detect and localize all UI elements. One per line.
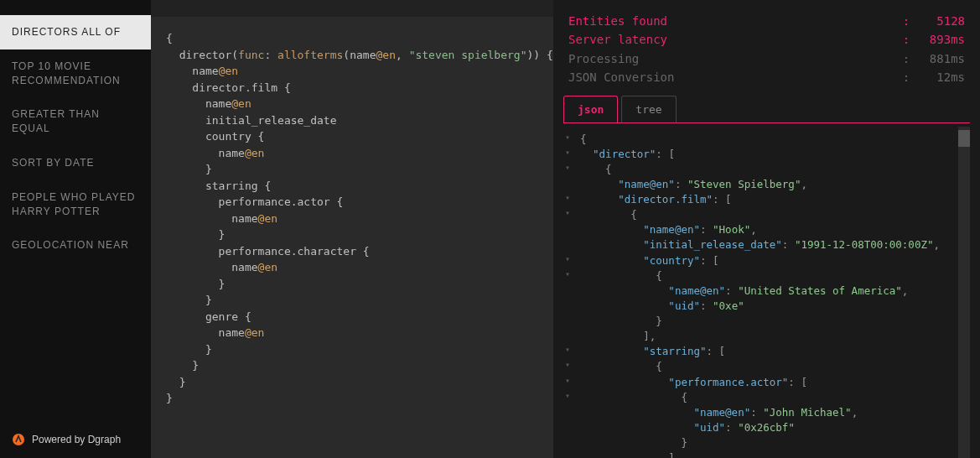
stat-label: Server latency (568, 30, 898, 49)
json-line: ▾ "director.film": [ (563, 192, 970, 207)
json-line: ▾ "performance.actor": [ (563, 375, 970, 390)
collapse-toggle-icon[interactable]: ▾ (565, 390, 570, 403)
json-line: ▾ { (563, 207, 970, 222)
stat-value: 881ms (915, 49, 965, 68)
json-line: "initial_release_date": "1991-12-08T00:0… (563, 237, 970, 252)
stat-label: Entities found (568, 12, 898, 30)
json-line: "name@en": "Hook", (563, 222, 970, 237)
query-editor[interactable]: { director(func: allofterms(name@en, "st… (151, 17, 553, 458)
json-line: "uid": "0xe" (563, 299, 970, 314)
collapse-toggle-icon[interactable]: ▾ (565, 253, 570, 266)
collapse-toggle-icon[interactable]: ▾ (565, 207, 570, 220)
collapse-toggle-icon[interactable]: ▾ (565, 192, 570, 205)
collapse-toggle-icon[interactable]: ▾ (565, 132, 570, 144)
result-tabs: json tree (563, 96, 970, 123)
json-line: ▾ "director": [ (563, 147, 970, 162)
collapse-toggle-icon[interactable]: ▾ (565, 268, 570, 281)
json-line: ], (563, 450, 970, 458)
sidebar-items: DIRECTORS ALL OFTOP 10 MOVIE RECOMMENDAT… (0, 0, 151, 263)
collapse-toggle-icon[interactable]: ▾ (565, 375, 570, 388)
editor-column: { director(func: allofterms(name@en, "st… (151, 0, 553, 458)
sidebar-item-1[interactable]: TOP 10 MOVIE RECOMMENDATION (0, 49, 151, 98)
footer-text: Powered by Dgraph (32, 434, 121, 445)
sidebar-item-0[interactable]: DIRECTORS ALL OF (0, 15, 151, 49)
json-line: ], (563, 329, 970, 344)
json-line: "name@en": "John Michael", (563, 405, 970, 420)
stat-value: 12ms (915, 68, 965, 86)
collapse-toggle-icon[interactable]: ▾ (565, 147, 570, 159)
stat-value: 893ms (915, 30, 965, 49)
results-column: Entities found : 5128 Server latency : 8… (553, 0, 980, 458)
tab-tree[interactable]: tree (621, 96, 676, 122)
stat-label: JSON Conversion (568, 68, 898, 86)
json-line: } (563, 314, 970, 329)
json-line: "name@en": "Steven Spielberg", (563, 177, 970, 192)
json-line: ▾ { (563, 390, 970, 405)
json-line: "name@en": "United States of America", (563, 284, 970, 299)
scrollbar-thumb[interactable] (958, 130, 970, 147)
tab-json[interactable]: json (563, 96, 618, 122)
sidebar-item-4[interactable]: PEOPLE WHO PLAYED HARRY POTTER (0, 180, 151, 229)
sidebar-item-2[interactable]: GREATER THAN EQUAL (0, 97, 151, 146)
json-line: ▾ { (563, 268, 970, 284)
stat-entities: Entities found : 5128 (568, 12, 965, 30)
stat-json-conv: JSON Conversion : 12ms (568, 68, 965, 86)
collapse-toggle-icon[interactable]: ▾ (565, 162, 570, 174)
stat-processing: Processing : 881ms (568, 49, 965, 68)
json-line: "uid": "0x26cbf" (563, 420, 970, 435)
collapse-toggle-icon[interactable]: ▾ (565, 344, 570, 357)
dgraph-logo-icon (12, 433, 25, 446)
json-line: ▾ "starring": [ (563, 344, 970, 359)
stat-value: 5128 (915, 12, 965, 30)
sidebar-footer: Powered by Dgraph (0, 421, 151, 458)
stat-label: Processing (568, 49, 898, 68)
json-line: ▾ "country": [ (563, 253, 970, 268)
collapse-toggle-icon[interactable]: ▾ (565, 359, 570, 372)
json-line: } (563, 435, 970, 450)
scrollbar[interactable] (958, 127, 970, 458)
json-line: ▾{ (563, 132, 970, 147)
json-line: ▾ { (563, 162, 970, 177)
sidebar: DIRECTORS ALL OFTOP 10 MOVIE RECOMMENDAT… (0, 0, 151, 458)
json-viewer[interactable]: ▾{▾ "director": [▾ { "name@en": "Steven … (563, 127, 970, 458)
stats-panel: Entities found : 5128 Server latency : 8… (563, 0, 970, 96)
json-line: ▾ { (563, 359, 970, 374)
editor-header-bar (151, 0, 553, 17)
sidebar-item-5[interactable]: GEOLOCATION NEAR (0, 228, 151, 263)
sidebar-item-3[interactable]: SORT BY DATE (0, 146, 151, 180)
main: { director(func: allofterms(name@en, "st… (151, 0, 980, 458)
stat-latency: Server latency : 893ms (568, 30, 965, 49)
